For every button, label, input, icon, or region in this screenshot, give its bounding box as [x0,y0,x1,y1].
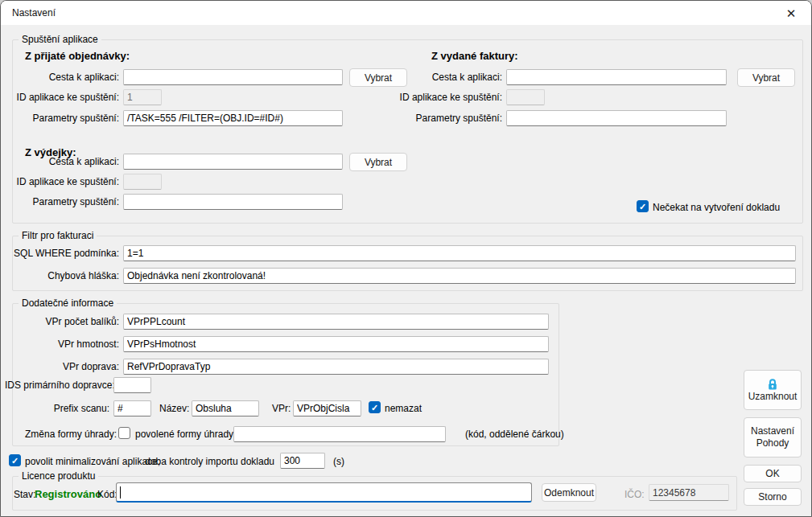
no-wait-checkbox[interactable] [637,200,649,212]
package-count-label: VPr počet balíků: [15,316,119,327]
received-order-params-label: Parametry spuštění: [15,113,119,124]
received-order-path-input[interactable] [123,69,343,85]
received-order-params-input[interactable] [123,110,343,126]
scan-vpr-input[interactable] [293,400,361,416]
error-message-input[interactable] [123,268,796,284]
license-group-label: Licence produktu [19,470,98,482]
keep-checkbox[interactable] [369,401,381,413]
window-title: Nastavení [12,7,56,18]
lock-button[interactable]: Uzamknout [744,370,802,410]
payment-change-label: Změna formy úhrady: [25,429,113,440]
scan-prefix-input[interactable] [113,400,151,416]
delivery-note-id-label: ID aplikace ke spuštění: [15,176,119,187]
ok-button[interactable]: OK [744,465,802,482]
delivery-note-path-label: Cesta k aplikaci: [15,156,119,167]
primary-carrier-input[interactable] [113,377,151,393]
issued-invoice-path-input[interactable] [506,69,727,85]
keep-checkbox-label: nemazat [385,403,422,414]
weight-label: VPr hmotnost: [15,339,119,350]
import-check-unit: (s) [333,456,344,467]
issued-invoice-heading: Z vydané faktury: [431,50,518,62]
allowed-payments-label: povolené formy úhrady: [135,429,236,440]
issued-invoice-path-label: Cesta k aplikaci: [398,72,502,83]
transport-label: VPr doprava: [15,361,119,372]
payment-change-checkbox[interactable] [118,427,130,439]
ico-input [649,484,729,501]
delivery-note-params-input[interactable] [123,194,343,210]
import-check-label: doba kontroly importu dokladu [122,456,274,467]
received-order-id-label: ID aplikace ke spuštění: [15,92,119,103]
text-caret [120,486,121,499]
issued-invoice-id-label: ID aplikace ke spuštění: [398,92,502,103]
delivery-note-browse-button[interactable]: Vybrat [349,153,407,171]
settings-dialog: Nastavení ✕ Spuštění aplikace Z přijaté … [0,0,812,517]
issued-invoice-browse-button[interactable]: Vybrat [737,68,795,87]
sql-where-label: SQL WHERE podmínka: [12,248,119,259]
license-code-label: Kód: [97,489,117,500]
issued-invoice-id-input [506,89,545,105]
scan-vpr-label: VPr: [272,403,291,414]
invoice-filter-group-label: Filtr pro fakturaci [19,230,97,241]
primary-carrier-label: IDS primárního dopravce: [5,380,109,391]
close-icon[interactable]: ✕ [774,2,808,24]
pohoda-settings-button[interactable]: Nastavení Pohody [744,417,802,458]
launch-group-label: Spuštění aplikace [19,34,101,45]
weight-input[interactable] [123,336,549,352]
issued-invoice-params-label: Parametry spuštění: [398,113,502,124]
package-count-input[interactable] [123,314,549,330]
license-status-label: Stav: [14,489,35,500]
allowed-payments-input[interactable] [233,426,446,442]
additional-info-group-label: Dodatečné informace [19,297,117,309]
lock-icon [766,378,779,391]
license-status-value: Registrováno [35,488,101,500]
sql-where-input[interactable] [123,245,796,261]
no-wait-checkbox-label: Nečekat na vytvoření dokladu [653,202,780,213]
received-order-path-label: Cesta k aplikaci: [15,72,119,83]
scan-prefix-label: Prefix scanu: [5,403,109,414]
error-message-label: Chybová hláška: [12,270,119,281]
issued-invoice-params-input[interactable] [506,110,727,126]
lock-button-label: Uzamknout [748,391,798,402]
minimize-checkbox[interactable] [9,454,21,466]
cancel-button[interactable]: Storno [744,488,802,506]
transport-input[interactable] [123,359,549,375]
delivery-note-id-input [123,174,162,190]
scan-name-label: Název: [159,403,189,414]
unlock-button[interactable]: Odemknout [542,483,596,502]
received-order-heading: Z přijaté objednávky: [25,50,130,62]
import-check-input[interactable] [280,453,325,469]
title-bar: Nastavení ✕ [1,1,811,25]
ico-label: IČO: [624,489,645,500]
delivery-note-path-input[interactable] [123,154,343,170]
license-code-input[interactable] [116,482,532,503]
scan-name-input[interactable] [192,400,259,416]
allowed-payments-hint: (kód, oddělené čárkou) [465,429,564,440]
delivery-note-params-label: Parametry spuštění: [15,196,119,207]
received-order-id-input [123,89,162,105]
